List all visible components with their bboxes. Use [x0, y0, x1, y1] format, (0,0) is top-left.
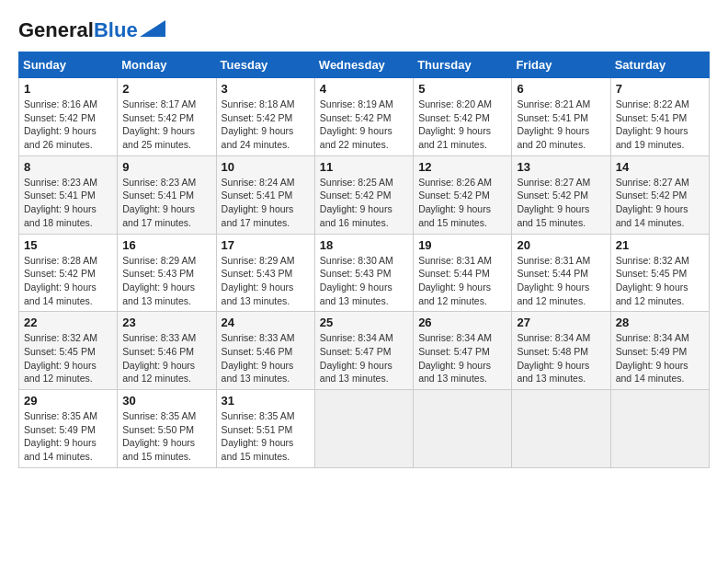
svg-marker-0	[140, 20, 165, 37]
day-number: 24	[222, 316, 310, 329]
day-info: Sunrise: 8:32 AMSunset: 5:45 PMDaylight:…	[616, 254, 704, 308]
calendar-cell: 30Sunrise: 8:35 AMSunset: 5:50 PMDayligh…	[118, 390, 216, 468]
day-info: Sunrise: 8:28 AMSunset: 5:42 PMDaylight:…	[24, 254, 112, 308]
day-number: 3	[222, 82, 310, 96]
day-number: 16	[122, 238, 210, 252]
calendar-cell: 16Sunrise: 8:29 AMSunset: 5:43 PMDayligh…	[118, 234, 216, 312]
day-number: 23	[122, 316, 210, 329]
logo: GeneralBlue	[18, 18, 165, 42]
calendar-cell: 11Sunrise: 8:25 AMSunset: 5:42 PMDayligh…	[314, 155, 413, 234]
calendar-cell: 6Sunrise: 8:21 AMSunset: 5:41 PMDaylight…	[512, 78, 610, 156]
calendar-cell: 22Sunrise: 8:32 AMSunset: 5:45 PMDayligh…	[19, 312, 118, 390]
calendar-cell	[512, 390, 610, 468]
weekday-header-tuesday: Tuesday	[216, 52, 314, 78]
day-info: Sunrise: 8:27 AMSunset: 5:42 PMDaylight:…	[616, 176, 704, 230]
calendar-cell: 17Sunrise: 8:29 AMSunset: 5:43 PMDayligh…	[216, 234, 314, 312]
calendar-cell: 8Sunrise: 8:23 AMSunset: 5:41 PMDaylight…	[19, 155, 118, 234]
day-info: Sunrise: 8:19 AMSunset: 5:42 PMDaylight:…	[320, 98, 408, 152]
weekday-header-friday: Friday	[512, 52, 610, 78]
day-number: 14	[616, 160, 704, 174]
day-number: 20	[517, 238, 605, 252]
calendar-cell: 29Sunrise: 8:35 AMSunset: 5:49 PMDayligh…	[19, 390, 118, 468]
day-number: 2	[122, 82, 210, 96]
calendar-cell: 18Sunrise: 8:30 AMSunset: 5:43 PMDayligh…	[314, 234, 413, 312]
calendar-week-row: 15Sunrise: 8:28 AMSunset: 5:42 PMDayligh…	[19, 234, 710, 312]
calendar-week-row: 22Sunrise: 8:32 AMSunset: 5:45 PMDayligh…	[19, 312, 710, 390]
calendar-cell: 19Sunrise: 8:31 AMSunset: 5:44 PMDayligh…	[414, 234, 512, 312]
day-info: Sunrise: 8:25 AMSunset: 5:42 PMDaylight:…	[320, 176, 408, 230]
day-info: Sunrise: 8:18 AMSunset: 5:42 PMDaylight:…	[222, 98, 310, 152]
day-number: 29	[24, 394, 112, 408]
calendar-cell: 7Sunrise: 8:22 AMSunset: 5:41 PMDaylight…	[610, 78, 709, 156]
calendar-cell	[414, 390, 512, 468]
weekday-header-monday: Monday	[118, 52, 216, 78]
day-info: Sunrise: 8:34 AMSunset: 5:48 PMDaylight:…	[517, 331, 605, 385]
day-info: Sunrise: 8:33 AMSunset: 5:46 PMDaylight:…	[122, 331, 210, 385]
calendar-week-row: 1Sunrise: 8:16 AMSunset: 5:42 PMDaylight…	[19, 78, 710, 156]
calendar-cell: 24Sunrise: 8:33 AMSunset: 5:46 PMDayligh…	[216, 312, 314, 390]
day-number: 15	[24, 238, 112, 252]
day-info: Sunrise: 8:24 AMSunset: 5:41 PMDaylight:…	[222, 176, 310, 230]
logo-text: GeneralBlue	[18, 18, 138, 42]
day-number: 21	[616, 238, 704, 252]
logo-arrow-icon	[140, 20, 165, 37]
day-number: 27	[517, 316, 605, 329]
day-info: Sunrise: 8:33 AMSunset: 5:46 PMDaylight:…	[222, 331, 310, 385]
calendar-cell: 21Sunrise: 8:32 AMSunset: 5:45 PMDayligh…	[610, 234, 709, 312]
weekday-header-thursday: Thursday	[414, 52, 512, 78]
weekday-header-row: SundayMondayTuesdayWednesdayThursdayFrid…	[19, 52, 710, 78]
calendar-cell: 9Sunrise: 8:23 AMSunset: 5:41 PMDaylight…	[118, 155, 216, 234]
day-info: Sunrise: 8:32 AMSunset: 5:45 PMDaylight:…	[24, 331, 112, 385]
day-number: 28	[616, 316, 704, 329]
calendar-cell: 20Sunrise: 8:31 AMSunset: 5:44 PMDayligh…	[512, 234, 610, 312]
calendar-cell: 28Sunrise: 8:34 AMSunset: 5:49 PMDayligh…	[610, 312, 709, 390]
day-number: 19	[418, 238, 506, 252]
day-number: 5	[418, 82, 506, 96]
calendar-cell	[314, 390, 413, 468]
day-number: 9	[122, 160, 210, 174]
day-info: Sunrise: 8:31 AMSunset: 5:44 PMDaylight:…	[517, 254, 605, 308]
day-number: 30	[122, 394, 210, 408]
day-info: Sunrise: 8:16 AMSunset: 5:42 PMDaylight:…	[24, 98, 112, 152]
day-info: Sunrise: 8:35 AMSunset: 5:49 PMDaylight:…	[24, 409, 112, 464]
day-info: Sunrise: 8:35 AMSunset: 5:50 PMDaylight:…	[122, 409, 210, 464]
day-info: Sunrise: 8:20 AMSunset: 5:42 PMDaylight:…	[418, 98, 506, 152]
day-info: Sunrise: 8:17 AMSunset: 5:42 PMDaylight:…	[122, 98, 210, 152]
calendar-cell: 2Sunrise: 8:17 AMSunset: 5:42 PMDaylight…	[118, 78, 216, 156]
calendar-cell: 15Sunrise: 8:28 AMSunset: 5:42 PMDayligh…	[19, 234, 118, 312]
day-info: Sunrise: 8:29 AMSunset: 5:43 PMDaylight:…	[222, 254, 310, 308]
day-number: 25	[320, 316, 408, 329]
calendar-cell: 12Sunrise: 8:26 AMSunset: 5:42 PMDayligh…	[414, 155, 512, 234]
day-info: Sunrise: 8:23 AMSunset: 5:41 PMDaylight:…	[24, 176, 112, 230]
day-number: 7	[616, 82, 704, 96]
day-number: 18	[320, 238, 408, 252]
weekday-header-sunday: Sunday	[19, 52, 118, 78]
day-info: Sunrise: 8:34 AMSunset: 5:49 PMDaylight:…	[616, 331, 704, 385]
day-info: Sunrise: 8:31 AMSunset: 5:44 PMDaylight:…	[418, 254, 506, 308]
calendar-cell: 13Sunrise: 8:27 AMSunset: 5:42 PMDayligh…	[512, 155, 610, 234]
day-info: Sunrise: 8:34 AMSunset: 5:47 PMDaylight:…	[418, 331, 506, 385]
day-number: 17	[222, 238, 310, 252]
day-info: Sunrise: 8:35 AMSunset: 5:51 PMDaylight:…	[222, 409, 310, 464]
calendar-week-row: 8Sunrise: 8:23 AMSunset: 5:41 PMDaylight…	[19, 155, 710, 234]
day-number: 31	[222, 394, 310, 408]
calendar-cell	[610, 390, 709, 468]
day-info: Sunrise: 8:30 AMSunset: 5:43 PMDaylight:…	[320, 254, 408, 308]
calendar-table: SundayMondayTuesdayWednesdayThursdayFrid…	[18, 52, 710, 468]
day-number: 22	[24, 316, 112, 329]
day-number: 10	[222, 160, 310, 174]
calendar-cell: 5Sunrise: 8:20 AMSunset: 5:42 PMDaylight…	[414, 78, 512, 156]
calendar-cell: 23Sunrise: 8:33 AMSunset: 5:46 PMDayligh…	[118, 312, 216, 390]
page-header: GeneralBlue	[18, 18, 710, 42]
calendar-cell: 4Sunrise: 8:19 AMSunset: 5:42 PMDaylight…	[314, 78, 413, 156]
calendar-cell: 14Sunrise: 8:27 AMSunset: 5:42 PMDayligh…	[610, 155, 709, 234]
day-number: 12	[418, 160, 506, 174]
day-number: 1	[24, 82, 112, 96]
page-container: GeneralBlue SundayMondayTuesdayWednesday…	[18, 18, 710, 468]
calendar-cell: 10Sunrise: 8:24 AMSunset: 5:41 PMDayligh…	[216, 155, 314, 234]
day-number: 4	[320, 82, 408, 96]
day-info: Sunrise: 8:29 AMSunset: 5:43 PMDaylight:…	[122, 254, 210, 308]
weekday-header-wednesday: Wednesday	[314, 52, 413, 78]
day-info: Sunrise: 8:22 AMSunset: 5:41 PMDaylight:…	[616, 98, 704, 152]
day-number: 6	[517, 82, 605, 96]
